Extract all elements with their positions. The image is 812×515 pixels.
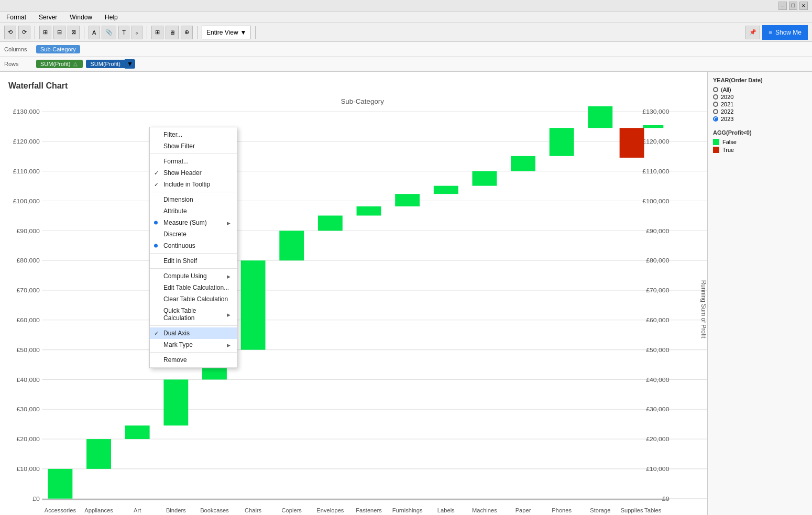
- svg-text:£90,000: £90,000: [17, 227, 40, 234]
- svg-text:Tables: Tables: [644, 507, 661, 513]
- year-2020-option[interactable]: 2020: [713, 94, 807, 100]
- toolbar-sep-1: [35, 26, 35, 39]
- svg-text:£20,000: £20,000: [17, 436, 40, 443]
- year-2022-option[interactable]: 2022: [713, 108, 807, 115]
- bar-copiers: [279, 231, 304, 260]
- menu-show-filter[interactable]: Show Filter: [150, 140, 237, 152]
- undo-button[interactable]: ⟲: [4, 26, 16, 39]
- redo-button[interactable]: ⟳: [18, 26, 30, 39]
- main-content: Waterfall Chart £0 £10,000 £20,000 £30,0…: [0, 72, 812, 515]
- year-2021-option[interactable]: 2021: [713, 101, 807, 107]
- share-button[interactable]: ⊕: [181, 26, 193, 39]
- svg-text:Supplies: Supplies: [621, 507, 643, 513]
- bar-labels: [434, 186, 458, 194]
- menu-include-tooltip[interactable]: ✓ Include in Tooltip: [150, 179, 237, 190]
- menu-window[interactable]: Window: [68, 13, 94, 22]
- text-button[interactable]: T: [118, 26, 129, 39]
- menu-dimension[interactable]: Dimension: [150, 194, 237, 205]
- menu-format[interactable]: Format...: [150, 156, 237, 167]
- menu-edit-shelf[interactable]: Edit in Shelf: [150, 255, 237, 267]
- dot-icon: [154, 221, 158, 225]
- menu-bar: Format Server Window Help: [0, 12, 812, 23]
- format-label: Format...: [163, 158, 189, 165]
- menu-compute-using[interactable]: Compute Using: [150, 270, 237, 282]
- entire-view-dropdown[interactable]: Entire View ▼: [202, 26, 251, 39]
- radio-all-circle: [713, 87, 718, 92]
- menu-attribute[interactable]: Attribute: [150, 205, 237, 217]
- bar-accessories: [48, 469, 72, 499]
- menu-filter[interactable]: Filter...: [150, 129, 237, 140]
- color-false-item[interactable]: False: [713, 139, 807, 145]
- menu-format[interactable]: Format: [4, 13, 28, 22]
- svg-text:£70,000: £70,000: [646, 287, 670, 294]
- color-false-box: [713, 139, 719, 145]
- restore-button[interactable]: ❐: [789, 2, 797, 10]
- year-all-option[interactable]: (All): [713, 86, 807, 93]
- pin-button-2[interactable]: 📌: [745, 26, 760, 39]
- svg-text:Bookcases: Bookcases: [200, 507, 229, 513]
- svg-text:£120,000: £120,000: [13, 138, 40, 145]
- color-legend-section: AGG(Profit<0) False True: [713, 129, 807, 153]
- year-2023-option[interactable]: 2023: [713, 116, 807, 122]
- bar-fasteners: [357, 206, 381, 216]
- grid-button[interactable]: ⊞: [151, 26, 163, 39]
- svg-text:£130,000: £130,000: [13, 108, 40, 115]
- menu-remove[interactable]: Remove: [150, 354, 237, 366]
- dropdown-arrow-icon: ▼: [240, 29, 247, 36]
- layout-button-1[interactable]: ⊞: [39, 26, 51, 39]
- year-radio-group: (All) 2020 2021 2022: [713, 86, 807, 122]
- menu-mark-type[interactable]: Mark Type: [150, 339, 237, 350]
- menu-dual-axis[interactable]: ✓ Dual Axis: [150, 327, 237, 339]
- chart-title: Waterfall Chart: [0, 77, 707, 95]
- sum-profit-label-2: SUM(Profit): [90, 61, 120, 67]
- svg-text:£30,000: £30,000: [646, 406, 670, 413]
- layout-button-3[interactable]: ⊠: [68, 26, 80, 39]
- color-button[interactable]: A: [89, 26, 100, 39]
- svg-text:Accessories: Accessories: [45, 507, 76, 513]
- menu-show-header[interactable]: ✓ Show Header: [150, 167, 237, 179]
- color-true-label: True: [722, 147, 734, 153]
- svg-text:Labels: Labels: [437, 507, 455, 513]
- svg-text:£50,000: £50,000: [646, 346, 670, 353]
- layout-button-2[interactable]: ⊟: [53, 26, 65, 39]
- radio-2023-circle: [713, 116, 718, 122]
- svg-text:£0: £0: [662, 495, 670, 502]
- svg-text:£50,000: £50,000: [17, 346, 40, 353]
- sum-profit-pill-2[interactable]: SUM(Profit): [86, 60, 124, 68]
- minimize-button[interactable]: ─: [778, 2, 787, 10]
- year-2021-label: 2021: [721, 101, 733, 107]
- menu-discrete[interactable]: Discrete: [150, 228, 237, 240]
- svg-text:£110,000: £110,000: [642, 168, 670, 174]
- dual-axis-check: ✓: [154, 330, 159, 337]
- menu-continuous[interactable]: Continuous: [150, 240, 237, 251]
- sum-profit-pill-1[interactable]: SUM(Profit) △: [36, 60, 83, 68]
- shelf-area: Columns Sub-Category Rows SUM(Profit) △ …: [0, 42, 812, 72]
- sum-profit-dropdown-btn[interactable]: ▼: [125, 59, 135, 69]
- menu-clear-table-calc[interactable]: Clear Table Calculation: [150, 293, 237, 305]
- svg-text:£100,000: £100,000: [13, 198, 40, 204]
- menu-help[interactable]: Help: [103, 13, 120, 22]
- sub-category-label: Sub-Category: [40, 46, 76, 52]
- year-legend-title: YEAR(Order Date): [713, 77, 807, 83]
- bar-machines: [472, 171, 497, 186]
- toolbar: ⟲ ⟳ ⊞ ⊟ ⊠ A 📎 T ⬦ ⊞ 🖥 ⊕ Entire View ▼ 📌 …: [0, 23, 812, 42]
- columns-shelf: Columns Sub-Category: [0, 42, 812, 57]
- toolbar-sep-3: [147, 26, 147, 39]
- annotation-button[interactable]: 📎: [102, 26, 116, 39]
- monitor-button[interactable]: 🖥: [166, 26, 179, 39]
- show-me-button[interactable]: ≡ Show Me: [762, 25, 808, 40]
- bars-icon: ≡: [769, 29, 772, 36]
- sub-category-pill[interactable]: Sub-Category: [36, 45, 80, 53]
- color-true-item[interactable]: True: [713, 147, 807, 153]
- close-button[interactable]: ✕: [799, 2, 808, 10]
- delta-icon: △: [73, 61, 78, 67]
- menu-server[interactable]: Server: [37, 13, 59, 22]
- columns-label: Columns: [4, 46, 33, 52]
- menu-section-4: Edit in Shelf: [150, 254, 237, 269]
- menu-quick-table-calc[interactable]: Quick Table Calculation: [150, 305, 237, 324]
- svg-text:Running Sum of Profit: Running Sum of Profit: [700, 280, 707, 339]
- show-me-label: Show Me: [775, 29, 802, 36]
- pin-button[interactable]: ⬦: [131, 26, 142, 39]
- menu-measure-sum[interactable]: Measure (Sum): [150, 217, 237, 228]
- menu-edit-table-calc[interactable]: Edit Table Calculation...: [150, 282, 237, 293]
